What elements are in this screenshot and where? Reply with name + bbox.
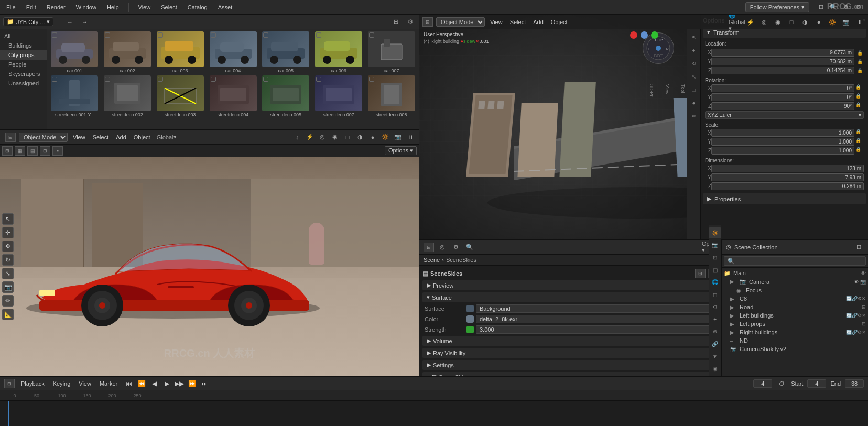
- blender-menu-edit[interactable]: Edit: [24, 3, 38, 12]
- jump-start-btn[interactable]: ⏮: [124, 378, 134, 389]
- scene-skies-sub-section[interactable]: ▾ ⊟ SceneSkies: [422, 372, 718, 376]
- shading-icon[interactable]: ◑: [355, 132, 365, 143]
- object-menu[interactable]: Object: [132, 133, 153, 141]
- category-buildings[interactable]: Buildings: [0, 41, 47, 50]
- overlay-icon[interactable]: ◉: [330, 132, 340, 143]
- 3d-proportional-icon[interactable]: ◎: [759, 17, 769, 27]
- sc-camera[interactable]: ▶ 📷 Camera 👁 📷: [722, 277, 868, 286]
- sc-focus[interactable]: ◉ Focus: [722, 286, 868, 294]
- category-city-props[interactable]: City props: [0, 50, 47, 60]
- eye-icon-cam[interactable]: 👁: [854, 279, 859, 285]
- grid-icon[interactable]: ⊞: [816, 2, 826, 13]
- props-physics-icon[interactable]: ⊕: [709, 326, 721, 337]
- timeline-track[interactable]: 0 50 100 150 200 250: [0, 390, 868, 426]
- tool-icon-7[interactable]: ✏: [688, 110, 700, 122]
- tool-icon-4[interactable]: ⤡: [688, 71, 700, 82]
- shader-mode-icon[interactable]: ⊟: [424, 243, 434, 252]
- xray-icon[interactable]: □: [342, 132, 353, 143]
- asset-streetdeco-002[interactable]: streetdeco.002: [102, 75, 153, 117]
- back-icon[interactable]: ←: [64, 17, 75, 27]
- props-object-icon[interactable]: ◻: [709, 289, 721, 300]
- sc-nd[interactable]: – ND: [722, 336, 868, 345]
- scene-skies-breadcrumb[interactable]: SceneSkies: [446, 257, 476, 263]
- rotation-z-lock[interactable]: 🔒: [855, 102, 864, 110]
- rotation-x-lock[interactable]: 🔒: [855, 84, 864, 92]
- start-frame-box[interactable]: 4: [807, 379, 826, 388]
- scene-breadcrumb[interactable]: Scene: [424, 257, 440, 263]
- asset-streetdeco-004[interactable]: streetdeco.004: [208, 75, 258, 117]
- render-icon[interactable]: 🔆: [380, 132, 390, 143]
- category-skyscrapers[interactable]: Skyscrapers: [0, 69, 47, 79]
- rotation-z-input[interactable]: [711, 102, 854, 110]
- threed-canvas[interactable]: TOP BOT L R User Perspective (4) Right b…: [419, 15, 700, 239]
- 3d-solid-icon[interactable]: ●: [813, 17, 824, 27]
- dim-x-input[interactable]: [711, 165, 864, 172]
- asset-car-005[interactable]: car.005: [261, 31, 311, 73]
- transform-icon[interactable]: ↕: [292, 132, 302, 143]
- category-people[interactable]: People: [0, 60, 47, 69]
- euler-dropdown-icon[interactable]: ▾: [859, 112, 861, 118]
- camera-view-icon[interactable]: 📷: [2, 281, 14, 293]
- ray-visibility-section[interactable]: ▶ Ray Visibility: [422, 348, 718, 358]
- gear-icon[interactable]: ⚙: [853, 2, 864, 13]
- workspace-menu-select[interactable]: Select: [159, 3, 179, 12]
- eye-icon-main[interactable]: 👁: [861, 270, 866, 276]
- sc-c8[interactable]: ▶ C8 🔄🔗⚙✕: [722, 294, 868, 303]
- props-output-icon[interactable]: ⊡: [709, 252, 721, 263]
- scene-skies-options-icon[interactable]: ⊞: [695, 269, 706, 278]
- dim-z-input[interactable]: [711, 182, 864, 190]
- scale-x-lock[interactable]: 🔒: [855, 129, 864, 137]
- asset-car-003[interactable]: car.003: [155, 31, 205, 73]
- sc-left-buildings[interactable]: ▶ Left buildings 🔄🔗⚙✕: [722, 311, 868, 320]
- category-all[interactable]: All: [0, 31, 47, 41]
- pause-icon[interactable]: ⏸: [405, 132, 416, 143]
- lock-y-icon[interactable]: 🔒: [855, 58, 864, 65]
- surface-value[interactable]: Background: [476, 304, 716, 313]
- props-render-icon[interactable]: 📷: [709, 240, 721, 250]
- workspace-menu-catalog[interactable]: Catalog: [186, 3, 210, 12]
- asset-car-006[interactable]: car.006: [313, 31, 364, 73]
- marker-menu[interactable]: Marker: [97, 380, 120, 387]
- jump-end-btn[interactable]: ⏭: [199, 378, 210, 389]
- 3d-shading-icon[interactable]: ◑: [800, 17, 810, 27]
- cursor-icon[interactable]: ✛: [2, 227, 14, 238]
- mode-icon[interactable]: ⊟: [5, 133, 16, 142]
- color-value[interactable]: delta_2_8k.exr: [476, 315, 716, 323]
- 3d-object-menu[interactable]: Object: [549, 18, 570, 26]
- rotation-x-input[interactable]: [711, 84, 854, 92]
- sc-road[interactable]: ▶ Road ⊟: [722, 303, 868, 311]
- tool-icon-1[interactable]: ↖: [688, 31, 700, 43]
- tab-icon-4[interactable]: ⊡: [40, 146, 50, 156]
- surface-section[interactable]: ▾ Surface: [422, 292, 718, 302]
- 3d-object-mode-select[interactable]: Object Mode: [436, 17, 485, 27]
- render-icon-cam[interactable]: 📷: [860, 279, 866, 285]
- scene-collection-search[interactable]: [724, 256, 866, 266]
- blender-menu-help[interactable]: Help: [105, 3, 121, 12]
- 3d-overlay-icon[interactable]: ◉: [773, 17, 783, 27]
- filter-icon[interactable]: ⚙: [841, 2, 851, 13]
- rotation-y-input[interactable]: [711, 93, 854, 101]
- sc-right-buildings[interactable]: ▶ Right buildings 🔄🔗⚙✕: [722, 328, 868, 336]
- color-swatch[interactable]: [466, 315, 474, 323]
- sc-filter-icon[interactable]: ⊟: [853, 242, 864, 253]
- end-frame-box[interactable]: 38: [845, 379, 864, 388]
- follow-preferences-dropdown[interactable]: Follow Preferences ▾: [745, 2, 809, 12]
- 3d-render-icon[interactable]: 🔆: [827, 17, 838, 27]
- location-bar[interactable]: 📁 JYB City ... ▾: [3, 17, 53, 26]
- strength-value[interactable]: 3.000: [476, 325, 716, 334]
- 3d-add-menu[interactable]: Add: [531, 18, 546, 26]
- snap-icon[interactable]: ⚡: [305, 132, 315, 143]
- 3d-camera-icon[interactable]: 📷: [841, 17, 851, 27]
- 3d-view-menu[interactable]: View: [488, 18, 505, 26]
- keying-menu[interactable]: Keying: [51, 380, 73, 387]
- props-modifier-icon[interactable]: ⚙: [709, 301, 721, 312]
- add-menu[interactable]: Add: [114, 133, 128, 141]
- playback-menu[interactable]: Playback: [19, 380, 47, 387]
- scale-x-input[interactable]: [711, 129, 854, 137]
- sc-camerashakify[interactable]: 📷 CameraShakify.v2: [722, 345, 868, 353]
- scale-y-lock[interactable]: 🔒: [855, 138, 864, 146]
- play-btn[interactable]: ▶: [161, 378, 172, 389]
- tool-icon-6[interactable]: ●: [688, 97, 700, 108]
- solid-icon[interactable]: ●: [367, 132, 378, 143]
- workspace-menu-asset[interactable]: Asset: [216, 3, 235, 12]
